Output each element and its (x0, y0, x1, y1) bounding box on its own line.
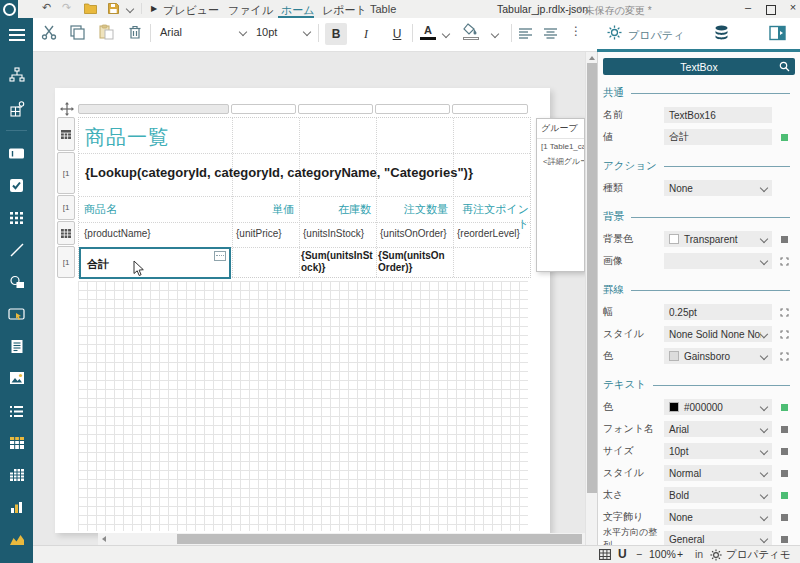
expand-icon[interactable] (780, 308, 789, 317)
tool-tablix-icon[interactable] (0, 428, 33, 458)
selected-total-cell[interactable]: 合計 (79, 247, 231, 279)
close-button[interactable]: × (786, 1, 800, 13)
undo-button[interactable]: ↶ (42, 1, 51, 14)
save-icon[interactable] (108, 3, 119, 16)
text-color-select[interactable]: #000000 (664, 399, 772, 415)
cut-button[interactable] (41, 25, 57, 42)
align-center-button[interactable] (544, 28, 558, 41)
element-selector[interactable]: TextBox (603, 58, 795, 75)
group-item-detail[interactable]: <詳細グルー (537, 153, 584, 169)
font-color-button[interactable]: A (420, 24, 436, 40)
tool-chart-icon[interactable] (0, 492, 33, 522)
font-size-select[interactable]: 10pt (664, 443, 772, 459)
row-handle-detail[interactable] (57, 221, 75, 245)
vertical-scrollbar-thumb[interactable] (587, 63, 597, 493)
text-decoration-select[interactable]: None (664, 509, 772, 525)
vertical-scrollbar[interactable] (585, 52, 597, 545)
data-cell[interactable]: {unitsInStock} (303, 228, 364, 239)
scroll-up-arrow-icon[interactable] (589, 56, 595, 60)
tool-image-icon[interactable] (0, 363, 33, 393)
scroll-left-arrow-icon[interactable] (102, 536, 106, 542)
report-title-textbox[interactable]: 商品一覧 (85, 124, 169, 151)
tool-richtext-icon[interactable] (0, 331, 33, 361)
modified-indicator[interactable] (781, 404, 788, 411)
sum-order-cell[interactable]: {Sum(unitsOnOrder)} (378, 250, 451, 274)
data-cell[interactable]: {unitsOnOrder} (380, 228, 447, 239)
underline-button[interactable]: U (386, 23, 408, 45)
field-picker-adorner-icon[interactable] (214, 251, 226, 261)
snap-toggle-icon[interactable]: U (618, 547, 627, 561)
data-cell[interactable]: {reorderLevel} (457, 228, 520, 239)
open-file-icon[interactable] (84, 3, 97, 16)
border-color-select[interactable]: Gainsboro (664, 348, 772, 364)
expand-icon[interactable] (780, 352, 789, 361)
tool-group-editor-icon[interactable] (0, 94, 33, 124)
font-style-select[interactable]: Normal (664, 465, 772, 481)
maximize-button[interactable] (766, 5, 776, 15)
grid-toggle-icon[interactable] (599, 549, 611, 562)
preview-button[interactable]: プレビュー (163, 3, 219, 18)
toolbar-overflow-button[interactable]: ⋮ (570, 24, 582, 38)
report-table[interactable]: 商品一覧 {Lookup(categoryId, categoryId, cat… (78, 117, 531, 278)
tool-container-icon[interactable] (0, 299, 33, 329)
tool-matrix-icon[interactable] (0, 460, 33, 490)
row-handle-footer[interactable]: [1 (57, 246, 75, 278)
modified-indicator[interactable] (781, 134, 788, 141)
name-input[interactable]: TextBox16 (664, 107, 772, 123)
save-menu-chevron-icon[interactable] (126, 5, 134, 13)
search-icon[interactable] (779, 61, 790, 72)
hamburger-menu-icon[interactable] (0, 18, 33, 52)
tool-textbox-icon[interactable] (0, 138, 33, 168)
column-handle[interactable] (375, 104, 450, 114)
value-input[interactable]: 合計 (664, 129, 772, 145)
tool-sparkline-icon[interactable] (0, 524, 33, 554)
redo-button[interactable]: ↷ (62, 1, 71, 14)
default-indicator[interactable] (781, 514, 788, 521)
row-handle-group[interactable]: [1 (57, 152, 75, 194)
zoom-out-button[interactable]: − (636, 548, 642, 560)
border-width-input[interactable]: 0.25pt (664, 304, 772, 320)
backcolor-select[interactable]: Transparent (664, 231, 772, 247)
properties-tab-gear-icon[interactable] (607, 25, 622, 42)
header-cell[interactable]: 注文数量 (376, 202, 448, 217)
row-handle-title[interactable] (57, 117, 75, 151)
tab-properties[interactable]: プロパティ (628, 28, 684, 43)
horizontal-scrollbar-thumb[interactable] (177, 534, 582, 544)
column-handle[interactable] (452, 104, 528, 114)
tool-table-icon[interactable] (0, 203, 33, 233)
font-name-select[interactable]: Arial (664, 421, 772, 437)
preview-play-icon[interactable]: ▶ (151, 4, 157, 13)
default-indicator[interactable] (781, 470, 788, 477)
column-handle[interactable] (231, 104, 296, 114)
font-name-select[interactable]: Arial (160, 26, 246, 38)
column-handle[interactable] (298, 104, 373, 114)
menu-tab-report[interactable]: レポート (322, 3, 367, 18)
table-move-handle-icon[interactable] (60, 102, 74, 116)
data-sources-icon[interactable] (714, 25, 729, 43)
font-weight-select[interactable]: Bold (664, 487, 772, 503)
tool-shape-icon[interactable] (0, 267, 33, 297)
minimize-button[interactable]: – (741, 1, 755, 13)
font-size-select[interactable]: 10pt (256, 26, 310, 38)
expand-icon[interactable] (780, 330, 789, 339)
modified-indicator[interactable] (781, 492, 788, 499)
default-indicator[interactable] (781, 426, 788, 433)
group-lookup-textbox[interactable]: {Lookup(categoryId, categoryId, category… (85, 165, 473, 180)
fill-color-button[interactable] (463, 23, 480, 40)
menu-tab-table[interactable]: Table (370, 3, 396, 15)
panel-toggle-icon[interactable] (769, 25, 786, 43)
design-canvas[interactable]: [1 [1 [1 商品一覧 {Lookup(categoryId, catego… (33, 52, 597, 545)
tool-list-icon[interactable] (0, 396, 33, 426)
tool-line-icon[interactable] (0, 235, 33, 265)
menu-tab-file[interactable]: ファイル (228, 3, 273, 18)
italic-button[interactable]: I (355, 23, 377, 45)
align-left-button[interactable] (519, 28, 533, 41)
tool-report-explorer-icon[interactable] (0, 60, 33, 90)
border-style-select[interactable]: None Solid None None (664, 326, 772, 342)
group-panel[interactable]: グループ [1 Table1_categ <詳細グルー (536, 118, 585, 272)
header-cell[interactable]: 商品名 (84, 202, 227, 217)
property-mode-label[interactable]: プロパティモード (726, 548, 800, 563)
default-indicator[interactable] (781, 236, 788, 243)
tool-barcode-icon[interactable] (0, 556, 33, 563)
data-cell[interactable]: {unitPrice} (236, 228, 282, 239)
